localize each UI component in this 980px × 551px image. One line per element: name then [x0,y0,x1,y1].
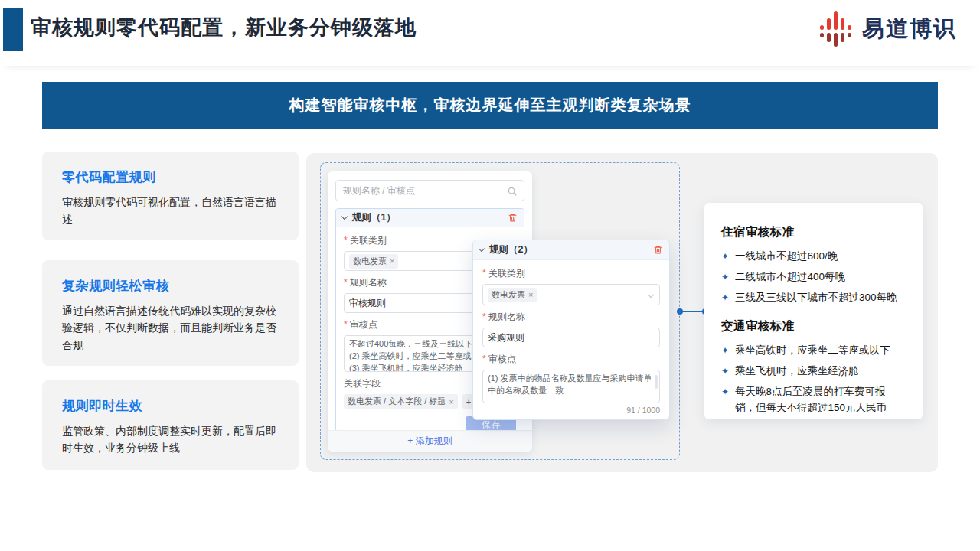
list-item: 乘坐高铁时，应乘坐二等座或以下 [721,343,906,359]
rule-1-title: 规则（1） [352,211,502,224]
chevron-down-icon[interactable] [341,214,348,220]
rule-2-title: 规则（2） [489,243,648,256]
feature-title: 规则即时生效 [62,397,279,415]
category-label: 关联类别 [482,267,660,280]
page-title: 审核规则零代码配置，新业务分钟级落地 [31,14,416,41]
audit-points-textarea[interactable]: (1) 发票中的物品名称及数量应与采购申请单中的名称及数量一致 [482,370,660,403]
list-item: 每天晚8点后至凌晨的打车费可报销，但每天不得超过150元人民币 [721,384,906,416]
tag-close-icon[interactable]: × [390,256,394,266]
delete-rule-icon[interactable] [653,245,663,255]
soundwave-logo-icon [816,9,854,49]
title-accent-bar [3,8,23,51]
list-item: 一线城市不超过600/晚 [721,249,906,265]
search-icon [507,186,518,197]
rule-2-header[interactable]: 规则（2） [473,240,669,260]
search-input[interactable] [336,181,524,201]
slide-header: 审核规则零代码配置，新业务分钟级落地 易道博识 [0,0,980,66]
tag-close-icon[interactable]: × [528,290,533,299]
add-rule-bar[interactable]: + 添加规则 [328,430,532,452]
category-tag: 数电发票 × [488,288,537,302]
feature-card-instant-effect: 规则即时生效 监管政策、内部制度调整实时更新，配置后即时生效，业务分钟级上线 [42,380,299,470]
feature-card-complex-rules: 复杂规则轻松审核 通过自然语言描述传统代码难以实现的复杂校验逻辑，不仅判断数据，… [42,260,299,366]
feature-desc: 通过自然语言描述传统代码难以实现的复杂校验逻辑，不仅判断数据，而且能判断业务是否… [62,302,279,354]
feature-title: 复杂规则轻松审核 [62,277,279,295]
rule-name-label: 规则名称 [482,311,660,324]
brand-logo: 易道博识 [816,9,957,49]
rule-name-input[interactable] [488,332,655,343]
transport-standards-title: 交通审核标准 [721,318,906,334]
char-counter: 91 / 1000 [482,406,660,415]
star-bullet-icon [721,343,729,359]
category-select[interactable]: 数电发票 × [482,284,660,305]
rule-1-header[interactable]: 规则（1） [336,209,524,227]
chevron-down-icon[interactable] [479,246,485,252]
section-banner: 构建智能审核中枢，审核边界延伸至主观判断类复杂场景 [42,82,938,129]
star-bullet-icon [721,384,729,416]
star-bullet-icon [721,364,729,380]
field-tag: 数电发票 / 文本字段 / 标题 × [344,394,458,409]
rule-name-field [482,328,660,347]
list-item: 三线及三线以下城市不超过300每晚 [721,290,906,306]
brand-name: 易道博识 [862,14,957,44]
tag-close-icon[interactable]: × [449,397,453,406]
feature-desc: 审核规则零代码可视化配置，自然语言语言描述 [62,194,279,228]
feature-card-zero-code: 零代码配置规则 审核规则零代码可视化配置，自然语言语言描述 [42,152,299,240]
audit-standards-card: 住宿审核标准 一线城市不超过600/晚 二线城市不超过400每晚 三线及三线以下… [704,203,923,419]
list-item: 乘坐飞机时，应乘坐经济舱 [721,364,906,380]
feature-desc: 监管政策、内部制度调整实时更新，配置后即时生效，业务分钟级上线 [62,422,279,457]
rule-2-panel: 规则（2） 关联类别 数电发票 × 规则名称 审核点 (1) 发票中的物品名称及… [472,240,670,420]
category-tag: 数电发票 × [349,254,398,269]
audit-points-label: 审核点 [482,353,660,366]
connector-dot [677,308,683,315]
banner-text: 构建智能审核中枢，审核边界延伸至主观判断类复杂场景 [289,95,691,116]
list-item: 二线城市不超过400每晚 [721,269,906,285]
main-panel: 规则（1） 关联类别 数电发票 × 规则名称 审核点 不超过400每晚，三线及 [306,153,938,472]
scrollbar-thumb[interactable] [655,375,658,389]
lodging-standards-title: 住宿审核标准 [721,224,906,240]
feature-title: 零代码配置规则 [62,168,279,186]
chevron-down-icon[interactable] [648,292,654,298]
add-rule-label[interactable]: + 添加规则 [407,435,452,448]
delete-rule-icon[interactable] [508,213,518,223]
star-bullet-icon [721,290,729,306]
star-bullet-icon [721,269,729,285]
star-bullet-icon [721,249,729,265]
rule-search-box [335,180,524,201]
